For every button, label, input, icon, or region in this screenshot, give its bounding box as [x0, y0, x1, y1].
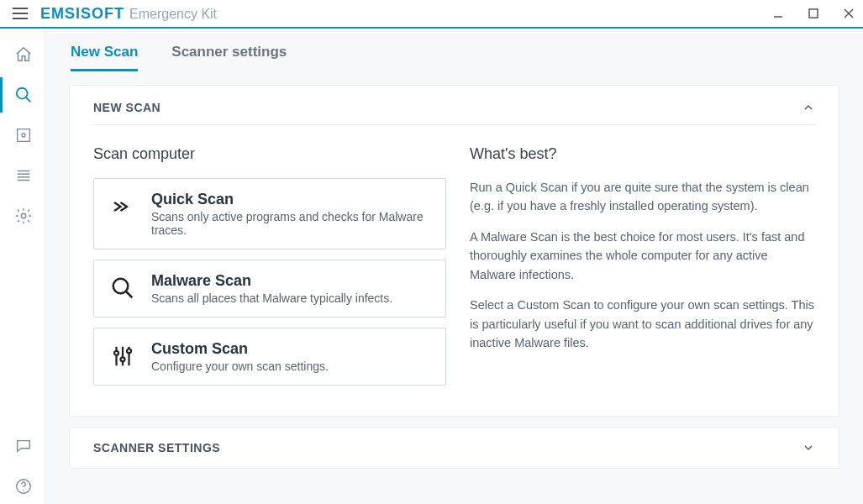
sidebar-item-home[interactable] [0, 37, 45, 72]
scan-computer-title: Scan computer [93, 145, 446, 163]
whats-best-p1: Run a Quick Scan if you are quite sure t… [470, 178, 815, 216]
whats-best-title: What's best? [470, 145, 815, 163]
search-icon [14, 86, 33, 104]
quarantine-icon [14, 126, 33, 144]
maximize-button[interactable] [808, 8, 819, 19]
panel-new-scan-title: NEW SCAN [93, 101, 160, 114]
svg-point-12 [21, 213, 26, 218]
tab-new-scan[interactable]: New Scan [71, 44, 138, 71]
custom-scan-option[interactable]: Custom Scan Configure your own scan sett… [93, 328, 446, 386]
titlebar: EMSISOFT Emergency Kit [0, 0, 863, 29]
quick-scan-option[interactable]: Quick Scan Scans only active programs an… [93, 178, 446, 249]
sidebar [0, 29, 45, 504]
brand: EMSISOFT Emergency Kit [40, 5, 217, 23]
panel-new-scan-header[interactable]: NEW SCAN [93, 101, 815, 125]
sidebar-item-scan[interactable] [0, 77, 45, 113]
malware-scan-desc: Scans all places that Malware typically … [151, 291, 392, 305]
app-body: New Scan Scanner settings NEW SCAN Scan … [0, 29, 863, 504]
home-icon [14, 45, 33, 64]
sidebar-item-help[interactable] [0, 469, 45, 504]
logs-icon [14, 166, 33, 185]
svg-point-20 [114, 351, 118, 355]
malware-scan-icon [108, 272, 138, 301]
svg-rect-6 [18, 129, 30, 142]
panel-new-scan-body: Scan computer Quick Scan Scans only acti… [93, 125, 815, 396]
svg-point-22 [127, 349, 131, 353]
tabs: New Scan Scanner settings [69, 37, 839, 71]
sidebar-item-logs[interactable] [0, 158, 45, 193]
svg-point-14 [23, 490, 24, 491]
malware-scan-title: Malware Scan [151, 272, 392, 290]
panel-scanner-settings-title: SCANNER SETTINGS [93, 441, 220, 454]
malware-scan-option[interactable]: Malware Scan Scans all places that Malwa… [93, 260, 446, 318]
window-controls [772, 8, 855, 19]
svg-line-16 [126, 291, 133, 298]
svg-line-5 [26, 97, 31, 102]
custom-scan-title: Custom Scan [151, 340, 329, 358]
content: New Scan Scanner settings NEW SCAN Scan … [45, 29, 863, 504]
svg-point-15 [113, 279, 129, 294]
tab-scanner-settings[interactable]: Scanner settings [171, 44, 287, 71]
whats-best-p3: Select a Custom Scan to configure your o… [470, 296, 815, 352]
panel-new-scan: NEW SCAN Scan computer Quick Scan Scans … [69, 85, 839, 417]
quick-scan-icon [108, 191, 138, 219]
brand-name: EMSISOFT [40, 5, 124, 23]
quick-scan-title: Quick Scan [151, 191, 434, 208]
svg-point-4 [17, 88, 28, 99]
sidebar-item-quarantine[interactable] [0, 118, 45, 153]
sidebar-item-settings[interactable] [0, 198, 45, 234]
panel-scanner-settings[interactable]: SCANNER SETTINGS [69, 427, 839, 469]
custom-scan-icon [108, 340, 138, 369]
svg-point-7 [22, 134, 25, 137]
chevron-up-icon [802, 101, 815, 114]
chat-icon [14, 437, 33, 455]
svg-rect-1 [809, 9, 818, 18]
menu-icon[interactable] [3, 0, 37, 27]
brand-subtitle: Emergency Kit [129, 7, 217, 22]
sidebar-item-chat[interactable] [0, 428, 45, 464]
custom-scan-desc: Configure your own scan settings. [151, 360, 329, 373]
minimize-button[interactable] [772, 8, 784, 19]
scan-options-column: Scan computer Quick Scan Scans only acti… [93, 145, 446, 396]
whats-best-p2: A Malware Scan is the best choice for mo… [470, 228, 815, 284]
help-icon [14, 477, 33, 496]
svg-point-21 [121, 357, 125, 361]
chevron-down-icon [802, 441, 815, 454]
whats-best-column: What's best? Run a Quick Scan if you are… [470, 145, 815, 396]
quick-scan-desc: Scans only active programs and checks fo… [151, 210, 434, 237]
close-button[interactable] [843, 8, 855, 19]
gear-icon [14, 207, 33, 225]
